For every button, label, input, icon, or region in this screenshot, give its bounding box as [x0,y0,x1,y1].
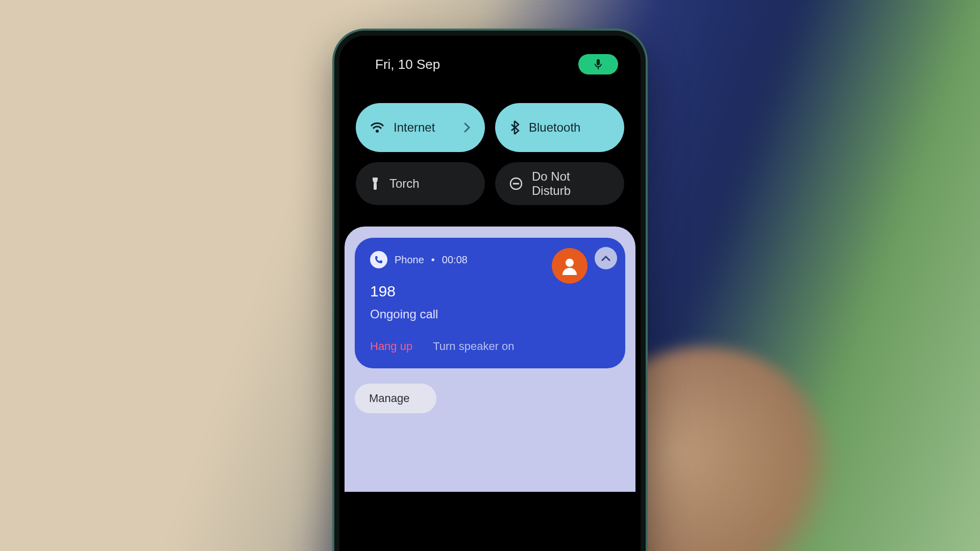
person-icon [559,256,580,276]
dnd-icon [509,177,523,190]
qs-tile-label: Bluetooth [529,120,580,135]
qs-tile-label: Torch [389,177,420,191]
phone-device-frame: Fri, 10 Sep [334,31,646,551]
speaker-toggle-button[interactable]: Turn speaker on [433,340,514,353]
manage-label: Manage [369,392,410,405]
call-actions-row: Hang up Turn speaker on [370,340,610,353]
qs-tile-torch[interactable]: Torch [356,162,485,205]
microphone-icon [594,59,603,70]
notification-tray[interactable]: Phone • 00:08 198 Ongoing call Hang up T… [345,227,635,492]
collapse-notification-button[interactable] [595,247,617,269]
manage-notifications-button[interactable]: Manage [355,384,436,413]
notification-separator: • [431,254,435,266]
quick-settings-grid: Internet Bluetooth [345,80,635,205]
qs-tile-label: Internet [394,120,435,135]
microphone-indicator-chip[interactable] [578,54,618,74]
svg-point-2 [376,130,379,133]
caller-number: 198 [370,283,610,300]
chevron-right-icon [463,122,471,133]
svg-rect-4 [374,183,377,190]
qs-tile-bluetooth[interactable]: Bluetooth [495,103,624,152]
caller-avatar [552,248,587,284]
call-status: Ongoing call [370,307,610,321]
status-bar: Fri, 10 Sep [345,41,635,80]
wifi-icon [370,122,384,133]
flashlight-icon [370,176,380,191]
phone-screen: Fri, 10 Sep [345,41,635,551]
phone-app-icon [370,251,387,268]
status-date[interactable]: Fri, 10 Sep [375,57,440,72]
svg-rect-3 [373,178,378,180]
svg-rect-0 [597,59,600,65]
call-duration: 00:08 [442,254,468,266]
qs-tile-dnd[interactable]: Do Not Disturb [495,162,624,205]
hang-up-button[interactable]: Hang up [370,340,412,353]
chevron-up-icon [601,255,611,262]
call-notification-card[interactable]: Phone • 00:08 198 Ongoing call Hang up T… [355,238,625,368]
svg-point-7 [566,259,574,267]
qs-tile-label: Do Not Disturb [532,169,610,198]
bluetooth-icon [509,120,520,135]
notification-app-name: Phone [395,254,424,266]
qs-tile-internet[interactable]: Internet [356,103,485,152]
